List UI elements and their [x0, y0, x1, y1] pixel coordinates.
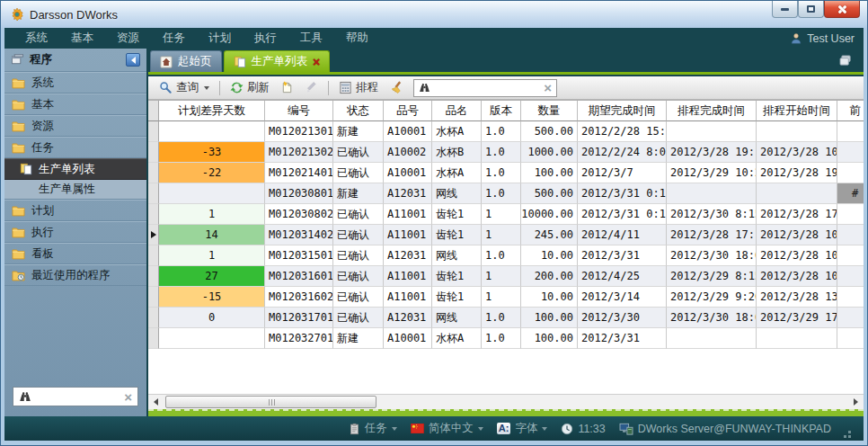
column-header-item-name[interactable]: 品名: [432, 101, 482, 121]
current-row-marker-icon: [151, 231, 156, 238]
column-header-diff-days[interactable]: 计划差异天数: [159, 101, 265, 121]
cell-version: 1.0: [482, 245, 521, 266]
status-font-menu[interactable]: A: 字体: [497, 421, 548, 436]
cell-extra: [837, 225, 864, 245]
toolbar-search-input[interactable]: [435, 82, 539, 94]
sidebar-item-system[interactable]: 系统: [4, 72, 146, 94]
menu-system[interactable]: 系统: [13, 31, 59, 46]
tab-home-label: 起始页: [178, 54, 212, 69]
row-selector[interactable]: [148, 183, 159, 204]
table-row[interactable]: M012032701新建A10001水杯A1.0100.002012/3/31: [148, 328, 864, 349]
production-order-table: 计划差异天数编号状态品号品名版本数量期望完成时间排程完成时间排程开始时间前M01…: [148, 100, 864, 394]
menu-basic[interactable]: 基本: [59, 31, 105, 46]
table-row[interactable]: M012030801新建A12031网线1.0500.002012/3/31 0…: [148, 183, 864, 204]
toolbar-search-clear-icon[interactable]: ×: [544, 81, 552, 94]
menu-execution[interactable]: 执行: [243, 31, 288, 46]
sidebar-item-kanban[interactable]: 看板: [4, 243, 146, 264]
cell-item-no: A10001: [384, 121, 432, 142]
toolbar: 查询 刷新: [148, 76, 864, 100]
row-selector[interactable]: [148, 287, 159, 308]
scrollbar-thumb[interactable]: [165, 396, 376, 408]
new-button[interactable]: [276, 78, 298, 98]
table-row[interactable]: -22M012021401已确认A10001水杯A1.0100.002012/3…: [148, 163, 864, 183]
row-selector[interactable]: [148, 163, 159, 183]
cell-extra: [837, 328, 864, 349]
resize-grip[interactable]: [848, 431, 851, 433]
sidebar-item-recent-programs[interactable]: 最近使用的程序: [4, 264, 146, 286]
tab-list-icon[interactable]: [839, 55, 853, 67]
close-button[interactable]: [824, 1, 860, 18]
column-header-status[interactable]: 状态: [333, 101, 384, 121]
sidebar-item-production-order-properties[interactable]: 生产单属性: [4, 180, 146, 200]
sidebar-item-basic[interactable]: 基本: [4, 94, 146, 115]
schedule-button[interactable]: 排程: [334, 78, 383, 98]
column-header-item-no[interactable]: 品号: [384, 101, 432, 121]
row-selector[interactable]: [148, 266, 159, 287]
column-header-extra[interactable]: 前: [837, 101, 864, 121]
tab-home[interactable]: 起始页: [150, 50, 222, 72]
menu-tools[interactable]: 工具: [288, 31, 334, 46]
cell-item-no: A12031: [384, 183, 432, 204]
column-header-expect-finish-time[interactable]: 期望完成时间: [578, 101, 667, 121]
chevron-left-icon: [131, 57, 136, 64]
cell-diff-days: 27: [159, 266, 265, 287]
sidebar-item-tasks[interactable]: 任务: [4, 137, 146, 158]
column-header-sched-finish-time[interactable]: 排程完成时间: [667, 101, 757, 121]
tab-production-order-list[interactable]: 生产单列表 ×: [224, 50, 331, 72]
scroll-right-button[interactable]: [848, 395, 864, 409]
current-row-selector[interactable]: [148, 225, 159, 245]
column-header-quantity[interactable]: 数量: [521, 101, 578, 121]
sidebar-search-clear-icon[interactable]: ×: [124, 390, 132, 404]
sidebar-search-input[interactable]: [36, 390, 120, 403]
column-header-sched-start-time[interactable]: 排程开始时间: [757, 101, 837, 121]
query-button[interactable]: 查询: [155, 78, 214, 98]
menu-tasks[interactable]: 任务: [151, 31, 197, 46]
bottom-accent-strip: [148, 409, 864, 416]
cell-extra: [837, 308, 864, 328]
row-selector[interactable]: [148, 245, 159, 266]
folder-recent-icon: [12, 269, 25, 281]
toolbar-separator: [328, 81, 329, 95]
cell-expect-finish-time: 2012/4/25: [578, 266, 667, 287]
menu-plan[interactable]: 计划: [197, 31, 243, 46]
sidebar-item-execution[interactable]: 执行: [4, 221, 146, 243]
status-task-menu[interactable]: 任务: [349, 421, 397, 436]
cell-quantity: 1000.00: [521, 142, 578, 163]
sidebar-collapse-button[interactable]: [126, 53, 140, 67]
table-row[interactable]: 27M012031601已确认A11001齿轮11200.002012/4/25…: [148, 266, 864, 287]
sidebar-item-production-order-list[interactable]: 生产单列表: [4, 158, 146, 180]
status-language-menu[interactable]: 简体中文: [411, 421, 483, 436]
scroll-left-button[interactable]: [148, 395, 164, 409]
cell-order-no: M012031602: [265, 287, 333, 308]
column-header-version[interactable]: 版本: [482, 101, 521, 121]
clean-button[interactable]: [385, 78, 407, 98]
row-selector[interactable]: [148, 308, 159, 328]
sidebar-item-resources[interactable]: 资源: [4, 115, 146, 137]
table-row[interactable]: 14M012031402已确认A11001齿轮11245.002012/4/11…: [148, 225, 864, 245]
sidebar-item-label: 最近使用的程序: [31, 268, 111, 283]
row-selector[interactable]: [148, 142, 159, 163]
refresh-button[interactable]: 刷新: [226, 78, 274, 98]
sidebar-item-plan[interactable]: 计划: [4, 200, 146, 221]
table-row[interactable]: 1M012030802已确认A11001齿轮1110000.002012/3/3…: [148, 204, 864, 225]
row-selector[interactable]: [148, 204, 159, 225]
programs-icon: [11, 53, 24, 67]
table-row[interactable]: -33M012021302已确认A10002水杯B1.01000.002012/…: [148, 142, 864, 163]
table-row[interactable]: M012021301新建A10001水杯A1.0500.002012/2/28 …: [148, 121, 864, 142]
edit-button[interactable]: [300, 78, 323, 98]
menu-help[interactable]: 帮助: [334, 31, 380, 46]
user-menu[interactable]: Test User: [790, 32, 855, 45]
minimize-button[interactable]: [772, 1, 798, 18]
cell-quantity: 100.00: [521, 328, 578, 349]
tab-close-icon[interactable]: ×: [313, 56, 320, 68]
table-row[interactable]: -15M012031602已确认A11001齿轮1110.002012/3/14…: [148, 287, 864, 308]
cell-version: 1: [482, 204, 521, 225]
table-row[interactable]: 1M012031501已确认A12031网线1.010.002012/3/312…: [148, 245, 864, 266]
folder-icon: [12, 76, 25, 89]
table-row[interactable]: 0M012031701已确认A12031网线1.0100.002012/3/30…: [148, 308, 864, 328]
menu-resources[interactable]: 资源: [105, 31, 151, 46]
row-selector[interactable]: [148, 121, 159, 142]
column-header-order-no[interactable]: 编号: [265, 101, 333, 121]
row-selector[interactable]: [148, 328, 159, 349]
restore-button[interactable]: [798, 1, 824, 18]
